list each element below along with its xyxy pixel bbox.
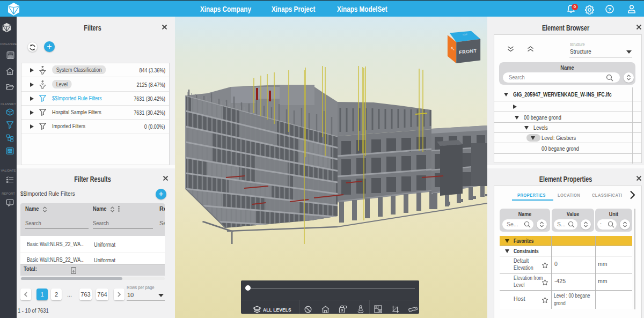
svg-text:TOP: TOP [462,33,467,36]
svg-text:?: ? [608,6,611,12]
